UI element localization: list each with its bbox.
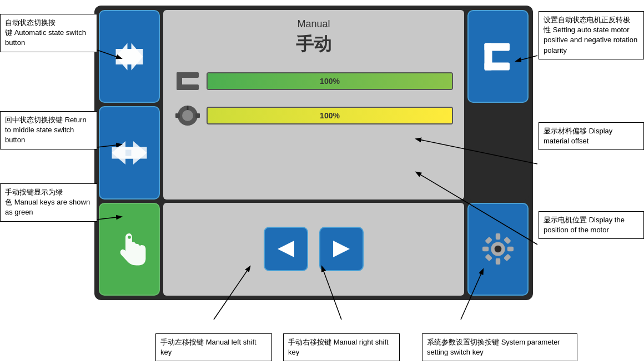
progress-bar-2-container: 100% (207, 107, 453, 124)
ann-left-1-en: Automatic state switch button (5, 28, 86, 47)
svg-rect-26 (504, 237, 511, 245)
annotation-material-offset: 显示材料偏移 Display material offset (539, 122, 644, 150)
svg-point-20 (495, 246, 502, 253)
motor2-icon (174, 102, 201, 129)
annotation-motor-position: 显示电机位置 Display the position of the motor (539, 211, 644, 239)
left-shift-button[interactable] (264, 227, 308, 271)
motor1-icon (174, 68, 201, 94)
right-arrow-icon (328, 235, 355, 263)
ann-bottom-2-cn: 手动右移按键 (288, 338, 331, 346)
ann-bottom-3-cn: 系统参数设置切换按键 (427, 338, 499, 346)
ann-left-2-cn: 回中状态切换按键 (5, 116, 63, 124)
progress-bar-1-label: 100% (320, 77, 340, 86)
right-mid-empty (467, 106, 529, 199)
svg-rect-12 (485, 43, 492, 70)
progress-bar-1: 100% (208, 73, 452, 89)
main-panel: Manual 手动 100% (94, 6, 533, 300)
progress-bar-2: 100% (208, 108, 452, 123)
ann-right-1-en: Setting auto state motor positive and ne… (544, 26, 637, 54)
svg-marker-15 (112, 141, 147, 164)
annotation-right-shift: 手动右移按键 Manual right shift key (283, 333, 400, 361)
annotation-settings: 系统参数设置切换按键 System parameter setting swit… (422, 333, 577, 361)
annotation-return-middle: 回中状态切换按键 Return to middle state switch b… (0, 111, 97, 149)
motor2-row: 100% (174, 102, 453, 129)
svg-marker-17 (278, 241, 294, 257)
manual-button[interactable] (99, 203, 160, 296)
svg-marker-1 (116, 43, 143, 70)
svg-rect-8 (195, 113, 200, 118)
svg-rect-23 (482, 247, 489, 251)
svg-rect-24 (507, 247, 514, 251)
gear-icon (479, 230, 517, 268)
ann-right-3-cn: 显示电机位置 (544, 216, 587, 224)
polarity-icon (479, 37, 517, 76)
hand-pointer-icon (110, 230, 149, 268)
motor1-row: 100% (174, 68, 453, 94)
auto-state-switch-button[interactable] (99, 10, 160, 103)
annotation-polarity: 设置自动状态电机正反转极性 Setting auto state motor p… (539, 11, 644, 59)
svg-rect-28 (504, 254, 511, 262)
svg-point-16 (128, 236, 131, 240)
mode-title-cn: 手动 (296, 32, 331, 57)
left-arrow-icon (272, 235, 300, 263)
center-display: Manual 手动 100% (163, 10, 464, 200)
mode-title-en: Manual (297, 18, 330, 30)
annotation-left-shift: 手动左移按键 Manual left shift key (155, 333, 272, 361)
svg-rect-22 (496, 258, 500, 265)
progress-bar-2-label: 100% (320, 111, 340, 120)
svg-point-6 (182, 110, 193, 121)
svg-rect-25 (485, 237, 492, 245)
annotation-auto-state: 自动状态切换按键 Automatic state switch button (0, 14, 97, 52)
svg-rect-4 (177, 72, 182, 90)
svg-rect-27 (485, 254, 492, 262)
svg-marker-18 (333, 241, 350, 257)
right-shift-button[interactable] (319, 227, 364, 271)
ann-right-2-cn: 显示材料偏移 (544, 127, 587, 135)
svg-rect-21 (496, 233, 500, 240)
center-arrows-icon (110, 133, 149, 172)
annotation-manual-green: 手动按键显示为绿色 Manual keys are shown as green (0, 183, 97, 222)
svg-rect-7 (175, 113, 180, 118)
ann-left-3-en: Manual keys are shown as green (5, 198, 90, 216)
bottom-controls (163, 203, 464, 296)
return-middle-button[interactable] (99, 106, 160, 199)
ann-bottom-1-cn: 手动左移按键 (160, 338, 204, 346)
polarity-button[interactable] (467, 10, 529, 103)
settings-button[interactable] (467, 203, 529, 296)
cycle-arrows-icon (110, 37, 149, 76)
progress-bar-1-container: 100% (207, 72, 453, 90)
